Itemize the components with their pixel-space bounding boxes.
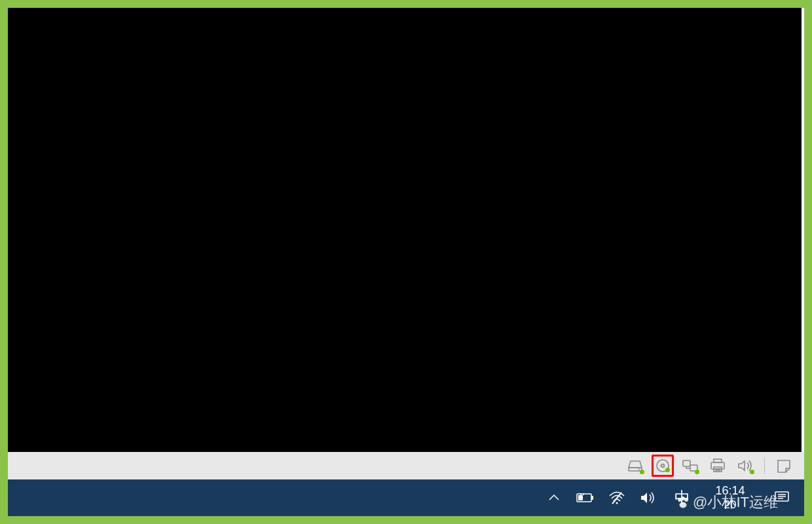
vm-guest-screen[interactable] bbox=[8, 8, 804, 452]
battery-icon bbox=[576, 493, 595, 503]
tray-volume-icon[interactable] bbox=[639, 485, 657, 511]
printer-icon bbox=[709, 458, 726, 474]
svg-point-1 bbox=[638, 469, 640, 470]
vm-optical-disc-icon[interactable] bbox=[652, 455, 674, 477]
vm-printer-icon[interactable] bbox=[707, 455, 729, 477]
vm-statusbar bbox=[8, 452, 804, 479]
clock-date-prefix: 20 bbox=[707, 498, 753, 512]
status-dot-icon bbox=[665, 468, 670, 472]
chevron-up-icon bbox=[548, 493, 560, 502]
volume-icon bbox=[640, 491, 657, 505]
host-taskbar: 中 16:14 20 @小林IT运维 bbox=[8, 479, 804, 516]
tray-overflow-button[interactable] bbox=[545, 485, 563, 511]
svg-point-15 bbox=[616, 502, 618, 504]
vm-network-icon[interactable] bbox=[679, 455, 701, 477]
svg-rect-13 bbox=[591, 496, 593, 500]
clock-time: 16:14 bbox=[707, 484, 753, 498]
statusbar-separator bbox=[764, 458, 765, 474]
vm-window: 中 16:14 20 @小林IT运维 bbox=[8, 8, 804, 516]
tray-battery-icon[interactable] bbox=[576, 485, 595, 511]
status-dot-icon bbox=[695, 470, 699, 474]
note-icon bbox=[776, 458, 792, 473]
svg-rect-14 bbox=[578, 495, 583, 500]
tray-wifi-icon[interactable] bbox=[608, 485, 626, 511]
status-dot-icon bbox=[750, 470, 754, 474]
notification-icon bbox=[774, 491, 790, 505]
svg-rect-5 bbox=[683, 460, 690, 466]
ime-indicator[interactable]: 中 bbox=[671, 487, 694, 508]
vm-hdd-icon[interactable] bbox=[624, 455, 646, 477]
svg-point-4 bbox=[662, 465, 663, 466]
taskbar-clock[interactable]: 16:14 20 bbox=[707, 484, 753, 512]
vm-sound-icon[interactable] bbox=[734, 455, 756, 477]
status-dot-icon bbox=[640, 470, 644, 474]
vm-display-icon[interactable] bbox=[773, 455, 795, 477]
wifi-icon bbox=[608, 491, 625, 505]
action-center-button[interactable] bbox=[773, 485, 791, 511]
svg-line-16 bbox=[612, 493, 621, 504]
svg-rect-8 bbox=[711, 462, 724, 469]
